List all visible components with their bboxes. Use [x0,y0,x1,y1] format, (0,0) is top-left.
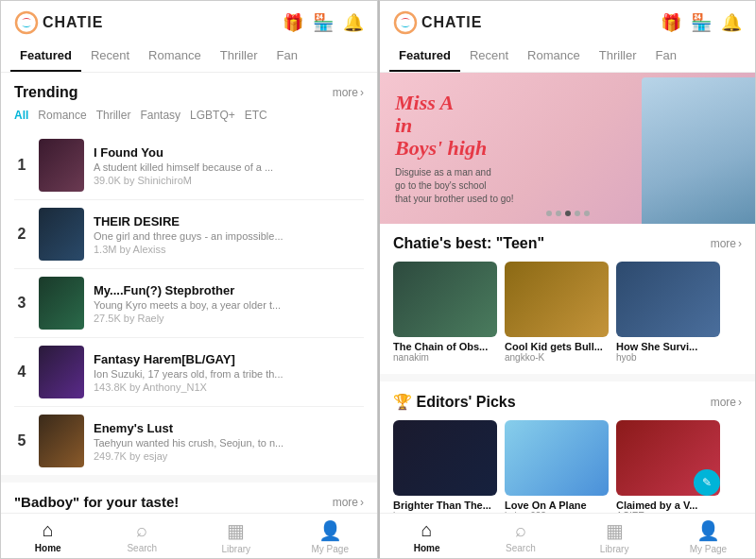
library-label-left: Library [221,544,250,554]
search-icon-right: ⌕ [515,519,526,541]
best-books-list: The Chain of Obs... nanakim Cool Kid get… [393,262,742,363]
tab-recent-left[interactable]: Recent [81,41,139,72]
editor-book-title-2: Love On A Plane [505,500,609,511]
library-icon-left: ▦ [227,519,245,542]
table-row[interactable]: 5 Enemy's Lust Taehyun wanted his crush,… [14,407,364,475]
nav-search-right[interactable]: ⌕ Search [473,519,567,554]
hero-title: Miss A in Boys' high [395,92,514,161]
svg-point-0 [16,12,37,33]
nav-mypage-right[interactable]: 👤 My Page [662,519,755,554]
hero-dot-4 [575,211,580,216]
editor-book-2[interactable]: Love On A Plane kairo_033 [505,420,609,513]
editor-book-thumb-3: ✎ [616,420,720,496]
filter-fantasy[interactable]: Fantasy [140,109,180,122]
tab-thriller-right[interactable]: Thriller [590,41,646,72]
bottom-nav-right: ⌂ Home ⌕ Search ▦ Library 👤 My Page [380,513,755,558]
home-icon-right: ⌂ [421,519,433,541]
filter-etc[interactable]: ETC [245,109,267,122]
screen-left: CHATIE 🎁 🏪 🔔 Featured Recent Romance Thr… [0,0,378,559]
best-book-3[interactable]: How She Survi... hyob [616,262,720,363]
shop-icon-left[interactable]: 🏪 [313,12,334,33]
table-row[interactable]: 2 THEIR DESIRE One girl and three guys -… [14,200,364,269]
editor-fab-icon: ✎ [694,469,720,496]
table-row[interactable]: 1 I Found You A student killed himself b… [14,131,364,200]
chatie-best-section: Chatie's best: "Teen" more › The Chain o… [380,224,755,374]
editor-book-thumb-1 [393,420,497,496]
bottom-nav-left: ⌂ Home ⌕ Search ▦ Library 👤 My Page [1,513,377,558]
book-thumb-1 [39,139,84,192]
best-book-title-2: Cool Kid gets Bull... [505,341,609,352]
table-row[interactable]: 4 Fantasy Harem[BL/GAY] Ion Suzuki, 17 y… [14,338,364,407]
tab-romance-right[interactable]: Romance [518,41,590,72]
best-book-thumb-1 [393,262,497,337]
filter-all[interactable]: All [14,109,28,122]
nav-library-left[interactable]: ▦ Library [189,519,284,554]
trending-more[interactable]: more › [333,86,364,99]
best-book-1[interactable]: The Chain of Obs... nanakim [393,262,497,363]
rank-1: 1 [14,157,29,174]
tab-fan-left[interactable]: Fan [266,41,306,72]
hero-dot-3 [565,211,571,216]
book-info-1: I Found You A student killed himself bec… [94,145,364,186]
book-desc-5: Taehyun wanted his crush, Seojun, to n..… [94,437,364,449]
tab-featured-left[interactable]: Featured [10,41,81,72]
editors-more[interactable]: more › [711,396,742,409]
book-title-2: THEIR DESIRE [94,214,364,229]
nav-home-left[interactable]: ⌂ Home [1,519,95,554]
badboy-more[interactable]: more › [333,496,364,509]
editor-book-title-3: Claimed by a V... [616,500,720,511]
tab-fan-right[interactable]: Fan [645,41,685,72]
book-title-4: Fantasy Harem[BL/GAY] [94,352,364,366]
filter-lgbtq[interactable]: LGBTQ+ [190,109,235,122]
app-name-left: CHATIE [43,14,103,31]
editor-book-1[interactable]: Brighter Than The... izzy_mayo [393,420,497,513]
best-more[interactable]: more › [711,237,742,250]
bell-icon-right[interactable]: 🔔 [721,12,742,33]
gift-icon-right[interactable]: 🎁 [661,12,681,33]
hero-dot-2 [556,211,561,216]
app-name-right: CHATIE [421,14,482,31]
mypage-label-left: My Page [312,544,349,554]
trophy-icon: 🏆 [393,394,412,410]
nav-search-left[interactable]: ⌕ Search [95,519,190,554]
bell-icon-left[interactable]: 🔔 [343,12,364,33]
nav-mypage-left[interactable]: 👤 My Page [284,519,378,554]
header-left: CHATIE 🎁 🏪 🔔 [1,1,377,41]
tab-featured-right[interactable]: Featured [389,41,460,72]
book-info-5: Enemy's Lust Taehyun wanted his crush, S… [94,421,364,462]
tab-romance-left[interactable]: Romance [139,41,211,72]
tab-recent-right[interactable]: Recent [460,41,518,72]
content-left: Trending more › All Romance Thriller Fan… [1,73,377,513]
book-info-3: My....Fun(?) Stepbrother Young Kyro meet… [94,283,364,324]
nav-library-right[interactable]: ▦ Library [568,519,662,554]
header-icons-left: 🎁 🏪 🔔 [283,12,364,33]
mypage-label-right: My Page [690,544,727,554]
editors-picks-section: 🏆 Editors' Picks more › Brighter Than Th… [380,381,755,513]
editor-book-3[interactable]: ✎ Claimed by a V... ACIEE [616,420,720,513]
trending-header: Trending more › [1,73,377,109]
profile-icon-right: 👤 [696,519,720,542]
filter-thriller[interactable]: Thriller [96,109,131,122]
shop-icon-right[interactable]: 🏪 [691,12,712,33]
filter-romance[interactable]: Romance [38,109,86,122]
book-desc-3: Young Kyro meets a boy, a year older t..… [94,299,364,311]
best-book-2[interactable]: Cool Kid gets Bull... angkko-K [505,262,609,363]
screen-right: CHATIE 🎁 🏪 🔔 Featured Recent Romance Thr… [378,0,756,559]
badboy-header: "Badboy" for your taste! more › [14,494,364,510]
gift-icon-left[interactable]: 🎁 [283,12,303,33]
hero-dot-5 [584,211,590,216]
tab-thriller-left[interactable]: Thriller [211,41,267,72]
hero-text: Miss A in Boys' high Disguise as a man a… [395,92,514,206]
book-info-2: THEIR DESIRE One girl and three guys - a… [94,214,364,255]
rank-2: 2 [14,226,29,243]
book-title-1: I Found You [94,145,364,160]
hero-banner[interactable]: Miss A in Boys' high Disguise as a man a… [380,73,755,224]
logo-icon-left [14,10,39,35]
nav-tabs-left: Featured Recent Romance Thriller Fan [1,41,377,73]
book-title-5: Enemy's Lust [94,421,364,435]
table-row[interactable]: 3 My....Fun(?) Stepbrother Young Kyro me… [14,269,364,338]
library-label-right: Library [600,544,629,554]
nav-home-right[interactable]: ⌂ Home [380,519,473,554]
best-book-thumb-2 [505,262,609,337]
book-meta-3: 27.5K by Raely [94,313,364,324]
